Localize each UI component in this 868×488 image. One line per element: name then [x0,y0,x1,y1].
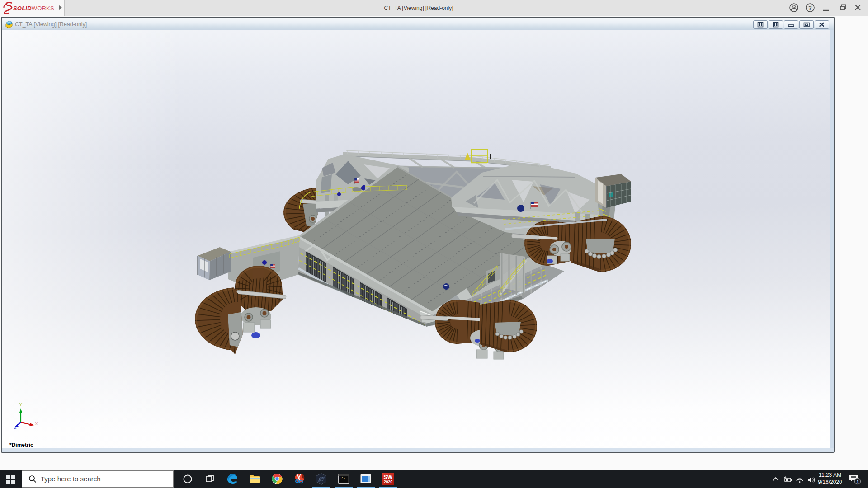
svg-text:C:\_: C:\_ [340,476,348,480]
svg-text:X: X [35,421,38,426]
svg-text:Y: Y [19,402,23,407]
svg-text:1: 1 [856,479,859,484]
svg-text:Z: Z [14,426,17,430]
